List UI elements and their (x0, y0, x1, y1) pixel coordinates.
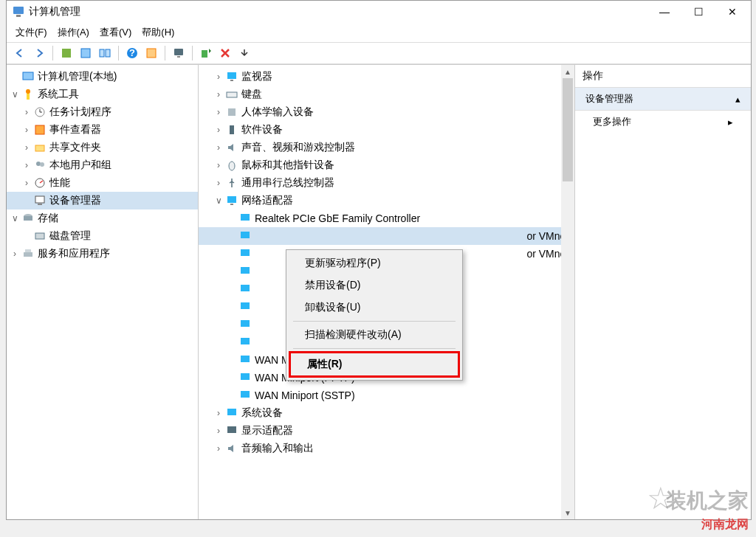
scrollbar-vertical[interactable]: ▲ ▼ (561, 65, 574, 519)
svg-rect-37 (241, 232, 250, 238)
network-icon (225, 194, 238, 207)
tree-task-scheduler[interactable]: › 任务计划程序 (7, 103, 198, 121)
cat-display[interactable]: ›显示适配器 (199, 422, 574, 440)
monitor-icon[interactable] (170, 44, 188, 62)
clock-icon (33, 105, 47, 119)
mouse-icon (225, 159, 238, 172)
menu-properties[interactable]: 属性(R) (289, 351, 460, 378)
main-window: 计算机管理 — ☐ ✕ 文件(F) 操作(A) 查看(V) 帮助(H) ? (6, 0, 752, 520)
svg-rect-12 (23, 72, 33, 80)
cat-audio[interactable]: ›音频输入和输出 (199, 440, 574, 457)
menu-view[interactable]: 查看(V) (100, 26, 131, 39)
menu-separator (293, 348, 456, 349)
cat-hid[interactable]: ›人体学输入设备 (199, 103, 574, 121)
nic-icon (238, 371, 252, 384)
device-tree-pane: ›监视器 ›键盘 ›人体学输入设备 ›软件设备 ›声音、视频和游戏控制器 ›鼠标… (199, 65, 575, 519)
toolbar: ? (7, 42, 751, 64)
nic-icon (238, 300, 252, 313)
menu-scan-hw[interactable]: 扫描检测硬件改动(A) (289, 324, 460, 346)
cat-keyboard[interactable]: ›键盘 (199, 86, 574, 103)
svg-rect-28 (227, 72, 236, 79)
cat-sound[interactable]: ›声音、视频和游戏控制器 (199, 139, 574, 156)
svg-rect-44 (241, 356, 250, 362)
dev-wan-sstp[interactable]: WAN Miniport (SSTP) (199, 387, 574, 404)
tree-device-manager[interactable]: 设备管理器 (7, 192, 198, 209)
tb-icon-1[interactable] (58, 44, 75, 62)
nic-icon (238, 247, 252, 260)
nic-icon (238, 212, 252, 225)
svg-rect-31 (228, 108, 236, 116)
tb-icon-3[interactable] (96, 44, 114, 62)
svg-rect-38 (241, 249, 250, 256)
svg-rect-39 (241, 267, 250, 274)
scroll-thumb[interactable] (563, 78, 573, 181)
scan-hw-icon[interactable] (197, 44, 215, 62)
svg-text:?: ? (129, 47, 135, 58)
svg-rect-48 (227, 426, 236, 433)
cat-monitor[interactable]: ›监视器 (199, 68, 574, 86)
close-button[interactable]: ✕ (715, 1, 749, 23)
cat-mouse[interactable]: ›鼠标和其他指针设备 (199, 156, 574, 174)
tb-icon-5[interactable] (142, 44, 160, 62)
event-icon (33, 123, 47, 136)
svg-point-18 (36, 162, 41, 166)
collapse-icon: ▴ (735, 94, 740, 105)
users-icon (33, 159, 47, 172)
device-mgr-icon (33, 194, 47, 207)
help-icon[interactable]: ? (123, 44, 141, 62)
menu-help[interactable]: 帮助(H) (142, 26, 174, 39)
tree-disk-mgmt[interactable]: 磁盘管理 (7, 227, 198, 245)
scroll-down-icon[interactable]: ▼ (561, 506, 574, 519)
cat-usb[interactable]: ›通用串行总线控制器 (199, 174, 574, 192)
tree-storage[interactable]: ∨ 存储 (7, 209, 198, 227)
usb-icon (225, 176, 238, 190)
down-arrow-icon[interactable] (236, 44, 253, 62)
menu-uninstall[interactable]: 卸载设备(U) (289, 297, 460, 319)
tree-system-tools[interactable]: ∨ 系统工具 (7, 86, 198, 103)
svg-rect-30 (227, 92, 237, 97)
cat-system-dev[interactable]: ›系统设备 (199, 404, 574, 422)
minimize-button[interactable]: — (647, 1, 681, 23)
tools-icon (21, 88, 35, 101)
svg-point-14 (26, 89, 30, 94)
svg-rect-25 (35, 233, 44, 239)
left-tree-pane: 计算机管理(本地) ∨ 系统工具 › 任务计划程序 › 事件查看器 › 共享文件… (7, 65, 199, 519)
tb-icon-2[interactable] (77, 44, 94, 62)
actions-section[interactable]: 设备管理器 ▴ (575, 88, 751, 111)
menu-file[interactable]: 文件(F) (16, 26, 47, 39)
svg-rect-17 (35, 145, 44, 151)
tree-root[interactable]: 计算机管理(本地) (7, 68, 198, 86)
menu-update-driver[interactable]: 更新驱动程序(P) (289, 252, 460, 274)
cat-network[interactable]: ∨网络适配器 (199, 192, 574, 209)
scroll-up-icon[interactable]: ▲ (561, 65, 574, 78)
system-dev-icon (225, 406, 238, 420)
maximize-button[interactable]: ☐ (681, 1, 715, 23)
hid-icon (225, 105, 238, 119)
tree-services[interactable]: › 服务和应用程序 (7, 245, 198, 263)
actions-pane: 操作 设备管理器 ▴ 更多操作 ▸ (575, 65, 751, 519)
menu-action[interactable]: 操作(A) (58, 26, 89, 39)
dev-vmnet1[interactable]: or VMnet1 (199, 227, 574, 245)
svg-point-33 (229, 162, 235, 170)
svg-rect-3 (81, 49, 90, 58)
display-icon (225, 424, 238, 437)
actions-header: 操作 (575, 65, 751, 88)
tree-event-viewer[interactable]: › 事件查看器 (7, 121, 198, 139)
svg-rect-40 (241, 285, 250, 291)
dev-realtek[interactable]: Realtek PCIe GbE Family Controller (199, 209, 574, 227)
keyboard-icon (225, 88, 238, 101)
monitor-cat-icon (225, 70, 238, 83)
forward-button[interactable] (30, 44, 48, 62)
actions-more[interactable]: 更多操作 ▸ (575, 111, 751, 133)
svg-rect-35 (230, 204, 233, 205)
menu-disable[interactable]: 禁用设备(D) (289, 274, 460, 297)
tree-shared-folders[interactable]: › 共享文件夹 (7, 139, 198, 156)
nic-icon (238, 336, 252, 349)
delete-icon[interactable] (216, 44, 234, 62)
back-button[interactable] (11, 44, 29, 62)
tree-performance[interactable]: › 性能 (7, 174, 198, 192)
tree-local-users[interactable]: › 本地用户和组 (7, 156, 198, 174)
context-menu: 更新驱动程序(P) 禁用设备(D) 卸载设备(U) 扫描检测硬件改动(A) 属性… (286, 249, 463, 381)
computer-icon (21, 70, 35, 83)
cat-software[interactable]: ›软件设备 (199, 121, 574, 139)
